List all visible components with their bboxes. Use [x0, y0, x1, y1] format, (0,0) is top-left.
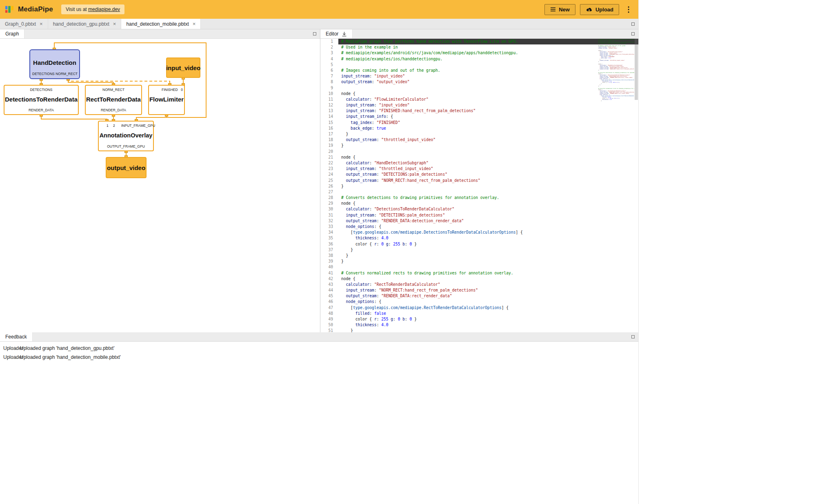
node-rect-to-render-data[interactable]: NORM_RECT RectToRenderData RENDER_DATA [85, 85, 142, 115]
code-line[interactable]: thickness: 4.0 [341, 235, 598, 241]
feedback-tab[interactable]: Feedback [0, 332, 33, 341]
code-line[interactable]: thickness: 4.0 [341, 322, 598, 328]
code-line[interactable]: } [341, 143, 598, 148]
visit-us-pill: Visit us at mediapipe.dev [61, 4, 124, 14]
editor-scrollbar[interactable] [634, 39, 638, 332]
code-line[interactable]: input_stream: "input_video" [341, 102, 598, 108]
restore-panel-icon[interactable] [631, 22, 635, 26]
code-line[interactable]: filled: false [341, 311, 598, 316]
feedback-entry: Uploader Uploaded graph 'hand_detection_… [0, 344, 638, 353]
graph-canvas[interactable]: HandDetection DETECTIONS NORM_RECT input… [0, 39, 320, 332]
editor-pane: Editor 123456789101112131415161718192021… [320, 29, 638, 332]
code-line[interactable] [341, 149, 598, 155]
code-line[interactable]: input_stream_info: { [341, 114, 598, 119]
code-line[interactable]: output_stream: "output_video" [341, 79, 598, 85]
code-line[interactable]: # Used in the example in [341, 44, 598, 50]
feedback-source: Uploader [0, 354, 20, 360]
tab-hand-detection-mobile[interactable]: hand_detection_mobile.pbtxt × [121, 19, 201, 29]
editor-tab[interactable]: Editor [320, 29, 353, 38]
expand-feedback-icon[interactable] [631, 335, 635, 338]
editor-minimap-content: # MediaPipe graph that performs hand det… [598, 39, 634, 102]
code-line[interactable]: node { [341, 155, 598, 160]
download-icon[interactable] [342, 31, 347, 37]
code-line[interactable]: back_edge: true [341, 126, 598, 131]
graph-edges [0, 39, 320, 332]
code-line[interactable]: calculator: "FlowLimiterCalculator" [341, 97, 598, 102]
expand-graph-icon[interactable] [313, 32, 316, 35]
code-line[interactable]: } [341, 328, 598, 332]
code-line[interactable]: output_stream: "RENDER_DATA:rect_render_… [341, 293, 598, 299]
code-line[interactable] [341, 189, 598, 195]
line-number: 48 [320, 311, 333, 316]
code-line[interactable] [341, 62, 598, 68]
close-icon[interactable]: × [113, 21, 116, 27]
code-line[interactable]: input_stream: "throttled_input_video" [341, 166, 598, 172]
tab-hand-detection-gpu[interactable]: hand_detection_gpu.pbtxt × [48, 19, 122, 29]
code-line[interactable]: node { [341, 91, 598, 97]
code-line[interactable]: node { [341, 201, 598, 206]
code-line[interactable] [341, 264, 598, 270]
code-line[interactable]: input_stream: "NORM_RECT:hand_rect_from_… [341, 287, 598, 293]
code-line[interactable]: color { r: 0 g: 255 b: 0 } [341, 241, 598, 247]
node-hand-detection[interactable]: HandDetection DETECTIONS NORM_RECT [29, 49, 80, 79]
code-line[interactable]: } [341, 131, 598, 137]
code-line[interactable]: input_stream: "input_video" [341, 73, 598, 79]
code-line[interactable] [341, 85, 598, 91]
node-detections-to-render-data[interactable]: DETECTIONS DetectionsToRenderData RENDER… [4, 85, 79, 115]
code-line[interactable]: } [341, 183, 598, 189]
node-annotation-overlay[interactable]: 1 2 INPUT_FRAME_GPU AnnotationOverlay OU… [98, 121, 154, 151]
upload-button[interactable]: Upload [580, 4, 619, 15]
code-line[interactable]: tag_index: "FINISHED" [341, 120, 598, 126]
port-label-output-frame-gpu: OUTPUT_FRAME_GPU [99, 144, 153, 148]
close-icon[interactable]: × [193, 21, 196, 27]
header-actions: New Upload ⋮ [544, 4, 633, 15]
code-line[interactable]: color { r: 255 g: 0 b: 0 } [341, 316, 598, 322]
code-line[interactable]: # Converts normalized rects to drawing p… [341, 270, 598, 276]
code-line[interactable]: # Converts detections to drawing primiti… [341, 195, 598, 201]
mediapipe-dev-link[interactable]: mediapipe.dev [88, 7, 120, 12]
editor-gutter: 1234567891011121314151617181920212223242… [320, 39, 338, 332]
code-line[interactable]: node_options: { [341, 224, 598, 230]
more-options-icon[interactable]: ⋮ [624, 5, 633, 14]
tab-graph-0[interactable]: Graph_0.pbtxt × [0, 19, 48, 29]
code-line[interactable]: calculator: "HandDetectionSubgraph" [341, 160, 598, 166]
code-line[interactable]: node_options: { [341, 299, 598, 305]
code-line[interactable]: node { [341, 276, 598, 282]
editor-scrollbar-thumb[interactable] [635, 39, 638, 100]
node-flow-limiter[interactable]: FINISHED 0 FlowLimiter [148, 85, 185, 115]
line-number: 28 [320, 195, 333, 201]
graph-tab[interactable]: Graph [0, 29, 24, 38]
node-input-video[interactable]: input_video [166, 57, 200, 78]
port-label-finished: FINISHED [162, 88, 178, 92]
code-line[interactable]: # mediapipie/examples/android/src/java/c… [341, 50, 598, 56]
close-icon[interactable]: × [40, 21, 43, 27]
code-line[interactable]: # mediapipie/examples/ios/handdetectiong… [341, 56, 598, 62]
code-line[interactable]: calculator: "DetectionsToRenderDataCalcu… [341, 206, 598, 212]
port-label-top: NORM_RECT [86, 88, 141, 92]
code-line[interactable]: calculator: "RectToRenderDataCalculator" [341, 282, 598, 287]
code-line[interactable]: # Images coming into and out of the grap… [341, 68, 598, 73]
code-line[interactable]: output_stream: "DETECTIONS:palm_detectio… [341, 172, 598, 177]
code-line[interactable]: } [341, 253, 598, 259]
code-line[interactable]: input_stream: "DETECTIONS:palm_detection… [341, 212, 598, 218]
port-label-bottom: RENDER_DATA [86, 108, 141, 112]
line-number: 43 [320, 282, 333, 287]
editor-code-lines[interactable]: # MediaPipe graph that performs hand det… [338, 39, 598, 332]
node-output-video[interactable]: output_video [106, 157, 147, 178]
line-number: 34 [320, 230, 333, 235]
code-line[interactable]: output_stream: "NORM_RECT:hand_rect_from… [341, 178, 598, 183]
editor-minimap[interactable]: # MediaPipe graph that performs hand det… [598, 39, 634, 332]
expand-editor-icon[interactable] [631, 32, 635, 35]
code-line[interactable]: [type.googleapis.com/mediapipe.RectToRen… [341, 305, 598, 311]
code-line[interactable]: # MediaPipe graph that performs hand det… [341, 39, 598, 44]
code-line[interactable]: output_stream: "RENDER_DATA:detection_re… [341, 218, 598, 224]
code-line[interactable]: } [341, 259, 598, 264]
code-line[interactable]: output_stream: "throttled_input_video" [341, 137, 598, 143]
new-button[interactable]: New [544, 4, 575, 15]
code-line[interactable]: [type.googleapis.com/mediapipe.Detection… [341, 230, 598, 235]
line-number: 24 [320, 172, 333, 177]
code-line[interactable]: input_stream: "FINISHED:hand_rect_from_p… [341, 108, 598, 114]
code-line[interactable]: } [341, 247, 598, 253]
line-number: 13 [320, 108, 333, 114]
line-number: 18 [320, 137, 333, 143]
